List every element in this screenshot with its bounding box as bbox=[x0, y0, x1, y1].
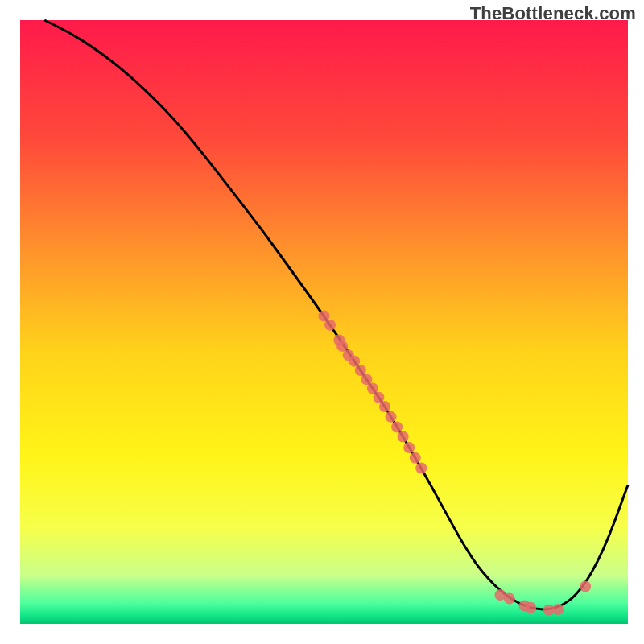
plot-background bbox=[20, 20, 628, 624]
bottleneck-chart-svg bbox=[0, 0, 644, 644]
scatter-point bbox=[324, 320, 336, 331]
scatter-point bbox=[391, 422, 402, 433]
scatter-point bbox=[580, 581, 591, 592]
scatter-point bbox=[403, 442, 415, 453]
scatter-point bbox=[415, 463, 427, 474]
scatter-point bbox=[379, 401, 390, 412]
scatter-point bbox=[552, 604, 564, 615]
scatter-point bbox=[398, 431, 409, 443]
chart-container: TheBottleneck.com bbox=[0, 0, 644, 644]
scatter-point bbox=[504, 593, 515, 605]
scatter-point bbox=[386, 411, 397, 423]
scatter-point bbox=[410, 452, 421, 464]
watermark-text: TheBottleneck.com bbox=[470, 3, 636, 24]
scatter-point bbox=[525, 602, 536, 613]
